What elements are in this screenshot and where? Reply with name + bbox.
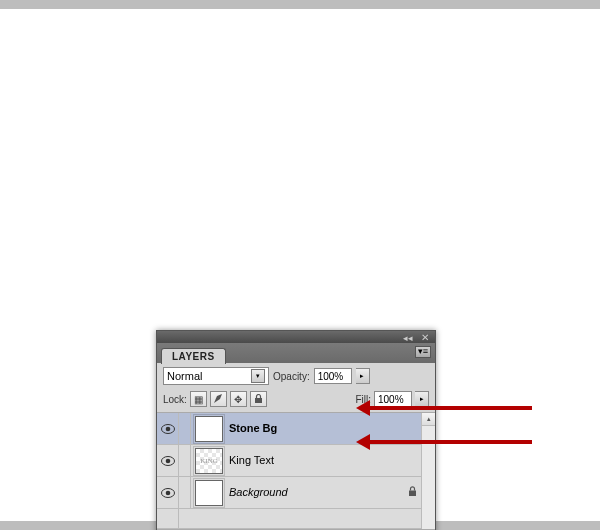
layer-row-background[interactable]: Background (157, 477, 421, 509)
lock-all-button[interactable] (250, 391, 267, 407)
svg-point-6 (165, 490, 170, 495)
empty-col (157, 509, 179, 528)
svg-point-4 (165, 458, 170, 463)
visibility-toggle[interactable] (157, 445, 179, 476)
layers-panel: ◂◂ ✕ LAYERS ▾≡ Normal ▾ Opacity: 100% ▸ … (156, 330, 436, 530)
layer-thumbnail[interactable] (195, 448, 223, 474)
annotation-arrow (362, 440, 532, 444)
panel-titlebar: ◂◂ ✕ (157, 331, 435, 343)
layer-thumbnail[interactable] (195, 480, 223, 506)
link-col (179, 445, 191, 476)
visibility-toggle[interactable] (157, 413, 179, 444)
panel-tabs: LAYERS ▾≡ (157, 343, 435, 363)
opacity-input[interactable]: 100% (314, 368, 352, 384)
annotation-arrow (362, 406, 532, 410)
layer-name[interactable]: Stone Bg (229, 423, 277, 434)
lock-label: Lock: (163, 394, 187, 405)
opacity-flyout-icon[interactable]: ▸ (356, 368, 370, 384)
fill-flyout-icon[interactable]: ▸ (415, 391, 429, 407)
link-col (179, 413, 191, 444)
layer-name[interactable]: King Text (229, 455, 274, 466)
layer-thumbnail[interactable] (195, 416, 223, 442)
empty-row (157, 509, 421, 529)
close-icon[interactable]: ✕ (421, 332, 429, 343)
lock-transparency-button[interactable]: ▦ (190, 391, 207, 407)
tab-layers[interactable]: LAYERS (161, 348, 226, 364)
collapse-icon[interactable]: ◂◂ (403, 333, 413, 343)
lock-position-button[interactable]: ✥ (230, 391, 247, 407)
svg-rect-7 (409, 491, 416, 497)
link-col (179, 477, 191, 508)
panel-menu-icon[interactable]: ▾≡ (415, 346, 431, 358)
layers-list: ▴ Stone Bg King Text Bac (157, 413, 435, 529)
blend-opacity-row: Normal ▾ Opacity: 100% ▸ (157, 363, 435, 389)
opacity-label: Opacity: (273, 371, 310, 382)
scroll-up-icon[interactable]: ▴ (422, 413, 435, 426)
blend-mode-select[interactable]: Normal ▾ (163, 367, 269, 385)
layer-name[interactable]: Background (229, 487, 288, 498)
chevron-down-icon: ▾ (251, 369, 265, 383)
visibility-toggle[interactable] (157, 477, 179, 508)
blend-mode-value: Normal (167, 370, 202, 382)
svg-point-2 (165, 426, 170, 431)
svg-rect-0 (255, 398, 262, 403)
scrollbar[interactable]: ▴ (421, 413, 435, 529)
layer-row-king-text[interactable]: King Text (157, 445, 421, 477)
lock-pixels-button[interactable] (210, 391, 227, 407)
fill-input[interactable]: 100% (374, 391, 412, 407)
lock-icon (408, 486, 417, 499)
